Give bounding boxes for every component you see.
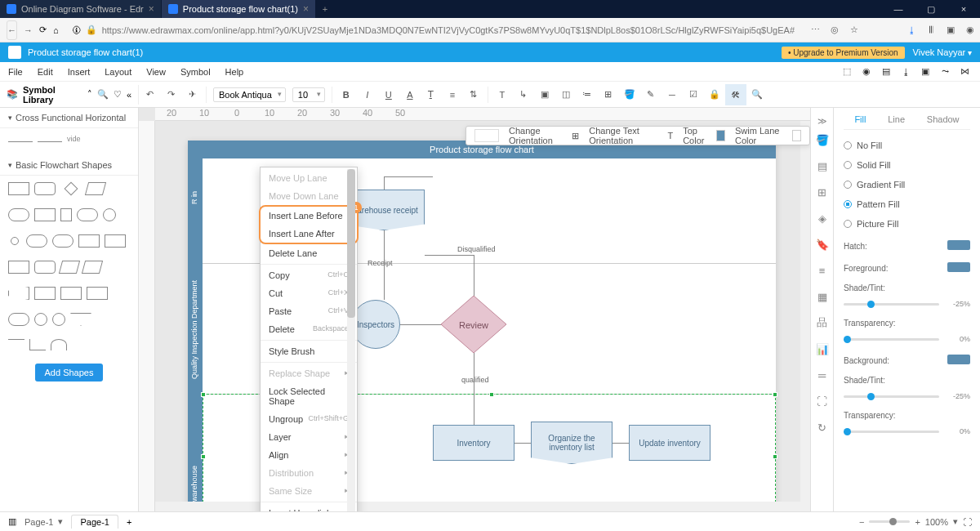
find-button[interactable]: 🔍 xyxy=(746,84,768,105)
drawing-page[interactable]: Product storage flow chart R in Quality … xyxy=(188,141,776,511)
symbol-library-label[interactable]: Symbol Library xyxy=(23,85,82,105)
menu-ungroup[interactable]: UngroupCtrl+Shift+G xyxy=(261,410,357,428)
shape-rect[interactable] xyxy=(34,208,56,221)
bg-transparency-slider[interactable] xyxy=(844,431,939,433)
option-picture-fill[interactable]: Picture Fill xyxy=(844,216,970,231)
minimize-button[interactable]: — xyxy=(882,0,915,18)
shape-hex[interactable] xyxy=(34,287,56,300)
tools-button[interactable]: 🛠 xyxy=(725,84,746,105)
menu-layout[interactable]: Layout xyxy=(105,67,131,77)
ruler-icon[interactable]: ═ xyxy=(815,368,830,382)
fullscreen-button[interactable]: ⛶ xyxy=(963,517,972,527)
reader-icon[interactable]: ◎ xyxy=(827,23,842,38)
tool-icon-5[interactable]: ▣ xyxy=(918,65,933,79)
shape-cylinder[interactable] xyxy=(78,234,100,248)
italic-button[interactable]: I xyxy=(357,84,378,105)
bg-shade-slider[interactable] xyxy=(844,395,939,398)
upgrade-button[interactable]: • Upgrade to Premium Version xyxy=(782,47,905,59)
scrollbar-horizontal[interactable] xyxy=(155,502,810,511)
format-painter-button[interactable]: ✈ xyxy=(181,84,203,105)
home-button[interactable]: ⌂ xyxy=(53,25,59,35)
text-height-button[interactable]: Ṯ xyxy=(421,84,442,105)
sidebar-icon[interactable]: ▣ xyxy=(943,23,958,38)
shape-hline[interactable] xyxy=(8,141,33,142)
connector[interactable] xyxy=(384,230,385,300)
align-button[interactable]: ≡ xyxy=(442,84,463,105)
fill-tool-icon[interactable]: 🪣 xyxy=(815,132,830,147)
shape-card[interactable] xyxy=(8,261,29,274)
shade-slider[interactable] xyxy=(844,303,939,306)
heart-icon[interactable]: ♡ xyxy=(114,89,122,100)
tab-fill[interactable]: Fill xyxy=(854,114,866,124)
shape-capsule[interactable] xyxy=(26,234,47,248)
expand-panel-button[interactable]: ≫ xyxy=(817,116,827,127)
container-button[interactable]: ◫ xyxy=(555,84,577,105)
menu-delete-lane[interactable]: Delete Lane xyxy=(261,244,357,262)
close-icon[interactable]: × xyxy=(303,3,309,15)
change-text-orientation-button[interactable]: Change Text Orientation T xyxy=(589,126,673,145)
chart-icon[interactable]: 📊 xyxy=(815,341,830,356)
shape-inspectors[interactable]: Inspectors xyxy=(351,300,400,349)
layers-icon[interactable]: ≡ xyxy=(815,263,830,278)
section-cross-functional[interactable]: Cross Functional Horizontal xyxy=(0,108,138,128)
shape-yes[interactable] xyxy=(52,234,74,248)
option-gradient-fill[interactable]: Gradient Fill xyxy=(844,177,970,192)
close-icon[interactable]: × xyxy=(149,3,154,15)
list-button[interactable]: ≔ xyxy=(577,84,598,105)
menu-delete[interactable]: DeleteBackspace xyxy=(261,320,357,338)
table-icon[interactable]: ▦ xyxy=(815,289,830,304)
shape-ellipse[interactable] xyxy=(77,208,98,221)
lane-count-input[interactable] xyxy=(474,129,499,142)
shape-person[interactable] xyxy=(11,237,19,245)
shape-circle[interactable] xyxy=(103,208,116,221)
account-icon[interactable]: ◉ xyxy=(963,23,978,38)
swim-lane-color-button[interactable]: Swim Lane Color xyxy=(735,126,801,145)
menu-view[interactable]: View xyxy=(146,67,166,77)
tool-icon-6[interactable]: ⤳ xyxy=(938,65,952,79)
more-icon[interactable]: ⋯ xyxy=(808,23,822,38)
shape-manual[interactable] xyxy=(82,261,103,274)
connector[interactable] xyxy=(400,324,441,325)
back-button[interactable]: ← xyxy=(7,20,17,40)
font-size-select[interactable]: 10 xyxy=(292,87,325,102)
pages-icon[interactable]: ▥ xyxy=(8,516,16,527)
menu-symbol[interactable]: Symbol xyxy=(180,67,211,77)
zoom-in-button[interactable]: + xyxy=(915,517,920,527)
shape-arc[interactable] xyxy=(51,339,67,350)
pen-button[interactable]: ✎ xyxy=(640,84,662,105)
menu-insert[interactable]: Insert xyxy=(68,67,91,77)
line-style-button[interactable]: ─ xyxy=(662,84,683,105)
download-icon[interactable]: ⭳ xyxy=(904,23,919,38)
connector[interactable] xyxy=(474,255,474,296)
menu-edit[interactable]: Edit xyxy=(38,67,53,77)
top-color-button[interactable]: Top Color xyxy=(683,126,725,145)
lock-button[interactable]: 🔒 xyxy=(704,84,725,105)
text-tool-button[interactable]: T xyxy=(492,84,513,105)
menu-lock-shape[interactable]: Lock Selected Shape xyxy=(261,382,357,410)
zoom-out-button[interactable]: − xyxy=(859,517,864,527)
shape-stadium[interactable] xyxy=(8,313,29,326)
zoom-value[interactable]: 100% xyxy=(925,517,948,527)
shape-hex[interactable] xyxy=(87,287,108,300)
fill-button[interactable]: 🪣 xyxy=(619,84,640,105)
shape-hex[interactable] xyxy=(60,287,82,300)
hatch-swatch[interactable] xyxy=(947,240,970,250)
section-basic-flowchart[interactable]: Basic Flowchart Shapes xyxy=(0,155,138,176)
undo-button[interactable]: ↶ xyxy=(139,84,160,105)
option-no-fill[interactable]: No Fill xyxy=(844,138,970,153)
shape-display[interactable] xyxy=(34,261,56,274)
font-color-button[interactable]: A xyxy=(399,84,421,105)
menu-copy[interactable]: CopyCtrl+C xyxy=(261,266,357,284)
shape-arrow[interactable] xyxy=(8,339,24,350)
menu-file[interactable]: File xyxy=(8,67,23,77)
bookmark-icon[interactable]: ☆ xyxy=(847,23,862,38)
connector[interactable] xyxy=(425,255,474,256)
browser-tab-2[interactable]: Product storage flow chart(1)× xyxy=(162,0,316,18)
library-icon[interactable]: 𝄃𝄃 xyxy=(924,23,938,38)
change-orientation-button[interactable]: Change Orientation ⊞ xyxy=(509,126,579,145)
close-window-button[interactable]: × xyxy=(947,0,980,18)
transparency-slider[interactable] xyxy=(844,338,939,341)
tree-icon[interactable]: 品 xyxy=(815,315,830,330)
shape-wave[interactable] xyxy=(8,287,29,300)
chevron-up-icon[interactable]: ˄ xyxy=(87,89,92,100)
